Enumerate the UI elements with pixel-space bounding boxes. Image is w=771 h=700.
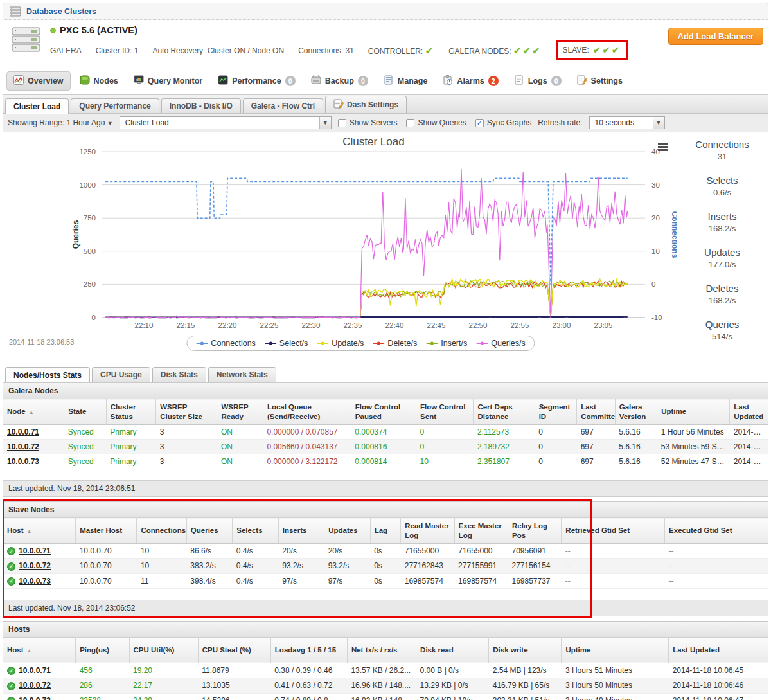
legend-item-connections[interactable]: Connections [196,339,256,348]
tab-backup[interactable]: Backup0 [305,72,375,90]
column-header-lag[interactable]: Lag [370,518,401,544]
stat-connections: Connections31 [677,139,767,161]
legend-item-selects[interactable]: Select/s [265,339,308,348]
checkbox-show-queries[interactable]: Show Queries [406,118,466,127]
column-header-last-updated[interactable]: Last Updated [669,637,768,663]
tab-manage[interactable]: Manage [377,72,434,90]
legend-item-inserts[interactable]: Insert/s [426,339,467,348]
column-header-inserts[interactable]: Inserts [278,518,324,544]
table-row: ✓10.0.0.732353824.2914.52960.74 / 0.89 /… [3,693,768,700]
stats-tab-cpu-usage[interactable]: CPU Usage [92,367,150,382]
stat-value: 168.2/s [677,296,767,305]
column-header-host[interactable]: Host▲ [3,518,76,544]
column-header-cpu-util-[interactable]: CPU Util(%) [129,637,198,663]
stat-inserts: Inserts168.2/s [677,211,767,233]
column-header-wsrep-ready[interactable]: WSREP Ready [217,399,263,425]
checkbox-box[interactable]: ✓ [475,119,484,127]
column-header-cert-deps-distance[interactable]: Cert Deps Distance [474,399,535,425]
hosts-section: HostsHost▲Ping(us)CPU Util(%)CPU Steal (… [3,621,768,700]
svg-text:10: 10 [651,247,660,255]
add-load-balancer-button[interactable]: Add Load Balancer [668,28,763,45]
graph-select[interactable]: Cluster Load ▼ [120,116,332,129]
column-header-segment-id[interactable]: Segment ID [535,399,577,425]
column-header-flow-control-sent[interactable]: Flow Control Sent [416,399,474,425]
column-header-selects[interactable]: Selects [233,518,278,544]
sort-asc-icon: ▲ [27,528,32,534]
tab-query-monitor[interactable]: Query Monitor [127,72,209,90]
column-header-flow-control-paused[interactable]: Flow Control Paused [351,399,416,425]
column-header-loadavg-1-5-15[interactable]: Loadavg 1 / 5 / 15 [270,637,347,663]
column-header-retrieved-gtid-set[interactable]: Retrieved Gtid Set [562,518,665,544]
column-header-uptime[interactable]: Uptime [562,637,669,663]
tab-performance[interactable]: Performance0 [211,72,301,90]
column-header-read-master-log[interactable]: Read Master Log [401,518,454,544]
column-header-updates[interactable]: Updates [324,518,370,544]
checkbox-box[interactable] [406,119,414,127]
host-link[interactable]: 10.0.0.71 [19,666,51,675]
stat-deletes: Deletes168.2/s [677,283,767,305]
breadcrumb-link[interactable]: Database Clusters [26,7,96,16]
host-link[interactable]: 10.0.0.72 [19,561,51,570]
column-header-wsrep-cluster-size[interactable]: WSREP Cluster Size [156,399,217,425]
column-header-state[interactable]: State [64,399,107,425]
column-header-disk-write[interactable]: Disk write [489,637,562,663]
column-header-last-committed[interactable]: Last Committed [577,399,616,425]
column-header-relay-log-pos[interactable]: Relay Log Pos [508,518,561,544]
stats-tab-network-stats[interactable]: Network Stats [208,367,276,382]
svg-text:30: 30 [651,181,660,189]
host-link[interactable]: 10.0.0.71 [7,427,39,436]
column-header-cluster-status[interactable]: Cluster Status [106,399,155,425]
performance-icon [218,75,228,87]
column-header-host[interactable]: Host▲ [3,637,76,663]
tab-alarms[interactable]: Alarms2 [436,72,504,90]
column-header-node[interactable]: Node▲ [3,399,64,425]
column-header-executed-gtid-set[interactable]: Executed Gtid Set [665,518,768,544]
host-link[interactable]: 10.0.0.73 [19,577,51,586]
checkbox-show-servers[interactable]: Show Servers [338,118,398,127]
column-header-exec-master-log[interactable]: Exec Master Log [454,518,508,544]
refresh-rate-label: Refresh rate: [538,118,582,127]
column-header-last-updated[interactable]: Last Updated [730,399,768,425]
svg-text:22:25: 22:25 [260,321,279,329]
column-header-disk-read[interactable]: Disk read [416,637,489,663]
chart-menu-icon[interactable] [658,143,668,152]
host-link[interactable]: 10.0.0.73 [19,696,51,700]
tab-settings[interactable]: Settings [571,72,629,90]
slave-status-highlight-box: SLAVE: ✔✔✔ [556,40,628,60]
host-link[interactable]: 10.0.0.72 [19,681,51,690]
column-header-connections[interactable]: Connections [137,518,186,544]
host-link[interactable]: 10.0.0.72 [7,442,39,451]
tab-nodes[interactable]: Nodes [73,72,125,90]
legend-item-updates[interactable]: Update/s [317,339,364,348]
legend-item-deletes[interactable]: Delete/s [373,339,417,348]
column-header-net-tx-s-rx-s[interactable]: Net tx/s / rx/s [347,637,416,663]
checkbox-sync-graphs[interactable]: ✓Sync Graphs [475,118,531,127]
refresh-rate-select[interactable]: 10 seconds ▼ [589,116,665,129]
stats-tab-disk-stats[interactable]: Disk Stats [152,367,206,382]
subtab-galera-flow-ctrl[interactable]: Galera - Flow Ctrl [243,98,323,113]
tab-overview[interactable]: Overview [6,71,71,91]
svg-text:1250: 1250 [79,148,96,156]
section-title: Galera Nodes [3,382,768,399]
showing-range-dropdown[interactable]: Showing Range: 1 Hour Ago ▼ [8,118,113,127]
column-header-ping-us-[interactable]: Ping(us) [76,637,129,663]
column-header-uptime[interactable]: Uptime [657,399,730,425]
subtab-dash-settings[interactable]: Dash Settings [325,96,407,113]
last-updated-bar: Last updated. Nov 18, 2014 23:06:52 [3,600,768,616]
subtab-innodb-disk-i-o[interactable]: InnoDB - Disk I/O [161,98,241,113]
subtab-query-performance[interactable]: Query Performance [71,98,159,113]
column-header-local-queue-send-receive-[interactable]: Local Queue (Send/Receive) [263,399,351,425]
stats-tab-nodes-hosts-stats[interactable]: Nodes/Hosts Stats [5,367,90,382]
host-link[interactable]: 10.0.0.73 [7,457,39,466]
connections-count: Connections: 31 [298,46,354,55]
column-header-galera-version[interactable]: Galera Version [615,399,657,425]
subtab-cluster-load[interactable]: Cluster Load [5,98,69,114]
column-header-master-host[interactable]: Master Host [76,518,137,544]
column-header-cpu-steal-[interactable]: CPU Steal (%) [198,637,270,663]
legend-item-queriess[interactable]: Queries/s [476,339,526,348]
tab-logs[interactable]: Logs0 [508,72,568,90]
chevron-down-icon: ▼ [653,117,664,129]
checkbox-box[interactable] [338,119,346,127]
column-header-queries[interactable]: Queries [186,518,232,544]
host-link[interactable]: 10.0.0.71 [19,546,51,555]
